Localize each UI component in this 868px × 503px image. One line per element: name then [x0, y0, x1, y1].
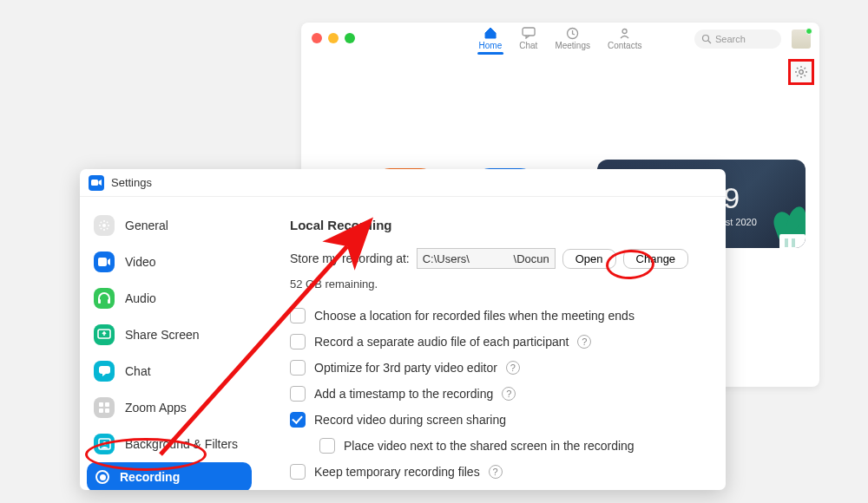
svg-line-4 [708, 41, 711, 43]
headphones-icon [94, 288, 115, 309]
option-separate-audio[interactable]: Record a separate audio file of each par… [290, 334, 708, 349]
tab-contacts[interactable]: Contacts [608, 26, 641, 50]
settings-title: Settings [111, 176, 152, 189]
remaining-space: 52 GB remaining. [290, 278, 708, 291]
contacts-icon [617, 26, 633, 40]
top-tabs: Home Chat Meetings Contacts [479, 26, 642, 50]
sidebar-item-video[interactable]: Video [80, 244, 259, 280]
avatar[interactable] [792, 29, 811, 49]
sidebar-item-label: Chat [125, 364, 151, 378]
home-icon [483, 26, 498, 40]
chat-icon [521, 26, 536, 40]
checkbox[interactable] [290, 386, 306, 402]
share-screen-icon [94, 324, 115, 345]
tab-label: Chat [519, 41, 537, 50]
sidebar-item-label: Video [125, 255, 156, 269]
svg-rect-14 [99, 366, 110, 374]
option-label: Record video during screen sharing [314, 413, 506, 427]
search-icon [701, 34, 712, 44]
svg-rect-10 [98, 258, 107, 266]
option-keep-temporary[interactable]: Keep temporary recording files ? [290, 464, 708, 480]
minimize-traffic-light[interactable] [328, 33, 339, 43]
settings-body: General Video Audio Share Screen [80, 197, 726, 490]
settings-titlebar: Settings [80, 169, 726, 197]
checkbox[interactable] [290, 360, 306, 376]
main-titlebar: Home Chat Meetings Contacts [301, 23, 819, 52]
option-label: Keep temporary recording files [314, 465, 480, 479]
help-icon[interactable]: ? [577, 335, 591, 349]
tab-label: Meetings [555, 41, 590, 50]
option-optimize-3rd-party[interactable]: Optimize for 3rd party video editor ? [290, 360, 708, 376]
sidebar-item-zoom-apps[interactable]: Zoom Apps [80, 389, 259, 426]
sidebar-item-label: Share Screen [125, 328, 200, 342]
traffic-lights [312, 33, 355, 43]
sidebar-item-label: General [125, 219, 168, 232]
settings-sidebar: General Video Audio Share Screen [80, 197, 259, 490]
tab-meetings[interactable]: Meetings [555, 26, 590, 50]
svg-rect-18 [105, 408, 109, 413]
path-end: \Docun [514, 252, 549, 265]
option-label: Place video next to the shared screen in… [344, 439, 635, 453]
recording-path-input[interactable]: C:\Users\ \Docun [417, 248, 556, 269]
svg-point-20 [102, 441, 106, 445]
search-input[interactable]: Search [694, 29, 781, 49]
checkbox[interactable] [319, 438, 335, 454]
sidebar-item-audio[interactable]: Audio [80, 280, 259, 317]
record-icon [95, 470, 109, 484]
sidebar-item-label: Background & Filters [125, 437, 238, 451]
section-title: Local Recording [290, 218, 708, 232]
option-choose-location[interactable]: Choose a location for recorded files whe… [290, 308, 708, 323]
settings-window: Settings General Video Audio [80, 169, 726, 490]
store-location-row: Store my recording at: C:\Users\ \Docun … [290, 248, 708, 269]
help-icon[interactable]: ? [506, 361, 520, 375]
settings-content: Local Recording Store my recording at: C… [259, 197, 726, 490]
checkbox[interactable] [290, 308, 306, 323]
background-icon [94, 434, 115, 454]
svg-rect-8 [91, 180, 98, 186]
option-label: Optimize for 3rd party video editor [314, 361, 497, 375]
sidebar-item-label: Zoom Apps [125, 401, 187, 415]
sidebar-item-share-screen[interactable]: Share Screen [80, 317, 259, 353]
tab-label: Contacts [608, 41, 641, 50]
fullscreen-traffic-light[interactable] [345, 33, 355, 43]
chat-icon [94, 361, 115, 382]
option-place-video-next[interactable]: Place video next to the shared screen in… [319, 438, 708, 454]
option-label: Add a timestamp to the recording [314, 387, 493, 401]
zoom-logo-icon [89, 175, 104, 191]
sidebar-item-chat[interactable]: Chat [80, 353, 259, 389]
svg-rect-0 [523, 28, 535, 36]
search-placeholder: Search [715, 34, 746, 44]
gear-icon [94, 215, 115, 236]
tab-chat[interactable]: Chat [519, 26, 537, 50]
open-button[interactable]: Open [562, 249, 616, 269]
video-icon [94, 252, 115, 272]
checkbox[interactable] [290, 334, 306, 349]
sidebar-item-general[interactable]: General [80, 207, 259, 244]
tab-home[interactable]: Home [479, 26, 503, 50]
help-icon[interactable]: ? [489, 465, 503, 479]
option-label: Choose a location for recorded files whe… [314, 309, 635, 323]
sidebar-item-label: Audio [125, 291, 156, 305]
sidebar-item-recording[interactable]: Recording [87, 462, 252, 490]
checkbox-checked[interactable] [290, 412, 306, 428]
close-traffic-light[interactable] [312, 33, 322, 43]
svg-rect-11 [98, 299, 101, 304]
svg-rect-12 [108, 299, 110, 304]
svg-rect-16 [105, 402, 109, 407]
clock-icon [565, 26, 581, 40]
sidebar-item-label: Recording [120, 470, 180, 484]
svg-point-2 [622, 29, 627, 33]
svg-rect-17 [99, 408, 103, 413]
plant-decoration [773, 196, 806, 248]
apps-icon [94, 397, 115, 418]
tab-label: Home [479, 41, 503, 50]
option-timestamp[interactable]: Add a timestamp to the recording ? [290, 386, 708, 402]
svg-point-9 [102, 224, 106, 227]
option-label: Record a separate audio file of each par… [314, 335, 569, 349]
help-icon[interactable]: ? [502, 387, 516, 401]
svg-rect-15 [99, 402, 103, 407]
change-button[interactable]: Change [623, 249, 689, 269]
option-record-during-share[interactable]: Record video during screen sharing [290, 412, 708, 428]
checkbox[interactable] [290, 464, 306, 480]
sidebar-item-background-filters[interactable]: Background & Filters [80, 426, 259, 462]
